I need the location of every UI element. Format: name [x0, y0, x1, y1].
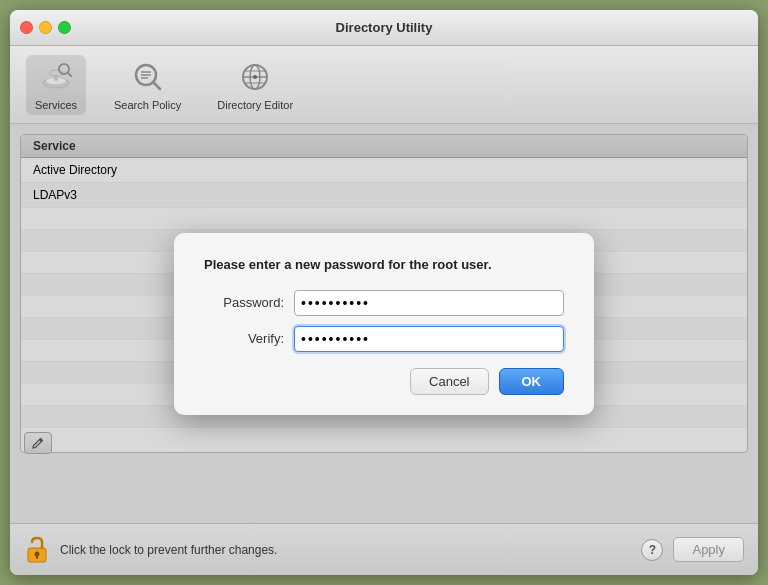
tab-services-label: Services	[35, 99, 77, 111]
modal-title: Please enter a new password for the root…	[204, 257, 564, 272]
modal-buttons: Cancel OK	[204, 368, 564, 395]
verify-input[interactable]	[294, 326, 564, 352]
password-modal: Please enter a new password for the root…	[174, 233, 594, 415]
window-title: Directory Utility	[336, 20, 433, 35]
directory-editor-icon	[237, 59, 273, 95]
tab-directory-editor[interactable]: Directory Editor	[209, 55, 301, 115]
svg-rect-20	[36, 555, 38, 559]
search-policy-icon	[130, 59, 166, 95]
svg-line-7	[153, 82, 160, 89]
maximize-button[interactable]	[58, 21, 71, 34]
main-content: Service Active Directory LDAPv3	[10, 124, 758, 523]
verify-row: Verify:	[204, 326, 564, 352]
tab-directory-editor-label: Directory Editor	[217, 99, 293, 111]
tab-search-policy[interactable]: Search Policy	[106, 55, 189, 115]
apply-button[interactable]: Apply	[673, 537, 744, 562]
password-label: Password:	[204, 295, 284, 310]
services-icon	[38, 59, 74, 95]
lock-status-text: Click the lock to prevent further change…	[60, 543, 631, 557]
minimize-button[interactable]	[39, 21, 52, 34]
password-row: Password:	[204, 290, 564, 316]
lock-area	[24, 534, 50, 566]
close-button[interactable]	[20, 21, 33, 34]
toolbar: Services Search Policy	[10, 46, 758, 124]
ok-button[interactable]: OK	[499, 368, 565, 395]
tab-services[interactable]: Services	[26, 55, 86, 115]
bottom-bar: Click the lock to prevent further change…	[10, 523, 758, 575]
main-window: Directory Utility Services	[10, 10, 758, 575]
cancel-button[interactable]: Cancel	[410, 368, 488, 395]
modal-overlay: Please enter a new password for the root…	[10, 124, 758, 523]
svg-line-5	[68, 73, 71, 76]
titlebar: Directory Utility	[10, 10, 758, 46]
window-controls	[20, 21, 71, 34]
help-button[interactable]: ?	[641, 539, 663, 561]
verify-label: Verify:	[204, 331, 284, 346]
svg-point-16	[253, 75, 257, 79]
lock-icon[interactable]	[24, 534, 50, 566]
password-input[interactable]	[294, 290, 564, 316]
tab-search-policy-label: Search Policy	[114, 99, 181, 111]
